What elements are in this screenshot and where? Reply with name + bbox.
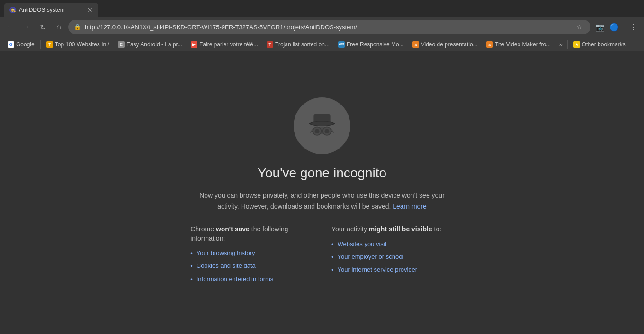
wont-save-bold: won't save [216, 225, 250, 233]
might-visible-post: to: [432, 225, 441, 233]
bookmark-video-maker-label: The Video Maker fro... [495, 41, 551, 48]
tab-favicon: 🕵 [9, 7, 16, 13]
might-visible-item-2: Your employer or school [338, 253, 404, 261]
bullet-icon: • [190, 275, 193, 284]
bookmark-google-label: Google [16, 41, 35, 48]
forward-button[interactable]: → [20, 20, 33, 34]
list-item: •Your employer or school [331, 253, 454, 262]
bookmark-top100-label: Top 100 Websites In / [55, 41, 109, 48]
bookmark-easy-android[interactable]: E Easy Android - La pr... [114, 40, 186, 49]
bookmark-video-presentation-icon: a [412, 41, 419, 48]
url-text: http://127.0.0.1/sAN1X/t_sH4PI-SKD-GRT-W… [85, 24, 570, 31]
info-columns: Chrome won't save the following informat… [190, 225, 454, 288]
bookmark-google[interactable]: G Google [4, 40, 38, 49]
lock-icon: 🔒 [74, 24, 81, 30]
incognito-title: You've gone incognito [258, 166, 386, 181]
list-item: •Websites you visit [331, 240, 454, 249]
might-visible-title: Your activity might still be visible to: [331, 225, 454, 234]
bullet-icon: • [190, 262, 193, 271]
bm-sep-1 [40, 40, 41, 49]
bookmark-other[interactable]: ★ Other bookmarks [570, 40, 629, 49]
bookmark-video-maker[interactable]: a The Video Maker fro... [483, 40, 555, 49]
bullet-icon: • [190, 249, 193, 258]
bookmark-google-icon: G [8, 41, 14, 48]
bullet-icon: • [331, 266, 334, 274]
tab-title: AntiDDOS system [19, 7, 83, 13]
bookmark-easy-android-label: Easy Android - La pr... [126, 41, 182, 48]
list-item: •Your browsing history [190, 249, 313, 258]
bm-sep-2 [567, 40, 568, 49]
wont-save-title: Chrome won't save the following informat… [190, 225, 313, 243]
wont-save-pre: Chrome [190, 225, 216, 233]
bookmark-video-presentation[interactable]: a Video de presentatio... [409, 40, 482, 49]
list-item: •Information entered in forms [190, 275, 313, 284]
bullet-icon: • [331, 253, 334, 262]
browser-frame: 🕵 AntiDDOS system ✕ ← → ↻ ⌂ 🔒 http://127… [0, 0, 644, 334]
bookmark-free-responsive[interactable]: W3 Free Responsive Mo... [334, 40, 408, 49]
bookmark-faire-parler-label: Faire parler votre télé... [199, 41, 258, 48]
might-visible-item-1: Websites you visit [338, 240, 387, 248]
list-item: •Your internet service provider [331, 265, 454, 274]
bookmark-video-maker-icon: a [486, 41, 493, 48]
bookmark-trojan[interactable]: T Trojan list sorted on... [263, 40, 333, 49]
address-bar-row: ← → ↻ ⌂ 🔒 http://127.0.0.1/sAN1X/t_sH4PI… [0, 17, 644, 37]
bookmark-easy-android-icon: E [118, 41, 125, 48]
bookmark-faire-parler[interactable]: ▶ Faire parler votre télé... [187, 40, 262, 49]
wont-save-list: •Your browsing history •Cookies and site… [190, 249, 313, 284]
address-bar-icons: ☆ [573, 21, 585, 33]
tab-bar: 🕵 AntiDDOS system ✕ [0, 0, 644, 17]
svg-point-10 [325, 129, 330, 134]
list-item: •Cookies and site data [190, 262, 313, 271]
wont-save-item-1: Your browsing history [197, 249, 255, 257]
toolbar-divider [624, 22, 624, 32]
bookmark-free-responsive-icon: W3 [338, 41, 345, 48]
reload-button[interactable]: ↻ [36, 20, 49, 34]
active-tab[interactable]: 🕵 AntiDDOS system ✕ [4, 3, 98, 17]
bookmark-free-responsive-label: Free Responsive Mo... [347, 41, 404, 48]
might-visible-item-3: Your internet service provider [338, 265, 418, 274]
bookmark-trojan-label: Trojan list sorted on... [275, 41, 330, 48]
wont-save-item-2: Cookies and site data [197, 262, 256, 270]
back-button[interactable]: ← [4, 20, 17, 34]
might-visible-column: Your activity might still be visible to:… [331, 225, 454, 288]
svg-point-3 [311, 122, 333, 126]
wont-save-item-3: Information entered in forms [197, 275, 274, 283]
bookmarks-bar: G Google T Top 100 Websites In / E Easy … [0, 37, 644, 51]
home-button[interactable]: ⌂ [52, 20, 65, 34]
tab-close-button[interactable]: ✕ [87, 6, 93, 14]
screenshot-button[interactable]: 📷 [593, 20, 607, 34]
bookmark-top100[interactable]: T Top 100 Websites In / [43, 40, 113, 49]
bookmark-trojan-icon: T [267, 41, 273, 48]
incognito-description: Now you can browse privately, and other … [199, 190, 445, 211]
incognito-icon-wrap [294, 97, 350, 154]
bookmark-other-label: Other bookmarks [582, 41, 626, 48]
address-bar[interactable]: 🔒 http://127.0.0.1/sAN1X/t_sH4PI-SKD-GRT… [68, 20, 590, 34]
page-content: You've gone incognito Now you can browse… [0, 51, 644, 334]
wont-save-column: Chrome won't save the following informat… [190, 225, 313, 288]
bookmark-star-icon[interactable]: ☆ [573, 21, 585, 33]
toolbar-icons: 📷 🔵 ⋮ [593, 20, 640, 34]
menu-button[interactable]: ⋮ [627, 20, 640, 34]
bookmark-top100-icon: T [46, 41, 53, 48]
learn-more-link[interactable]: Learn more [393, 202, 427, 210]
chrome-extension-button[interactable]: 🔵 [608, 20, 621, 34]
bookmark-other-icon: ★ [573, 41, 580, 48]
svg-point-7 [315, 129, 320, 134]
incognito-icon [303, 107, 341, 145]
bookmark-faire-parler-icon: ▶ [191, 41, 197, 48]
bullet-icon: • [331, 240, 334, 249]
incognito-container: You've gone incognito Now you can browse… [181, 88, 463, 297]
more-bookmarks-button[interactable]: » [556, 40, 565, 49]
might-visible-pre: Your activity [331, 225, 369, 233]
might-visible-bold: might still be visible [369, 225, 432, 233]
bookmark-video-presentation-label: Video de presentatio... [421, 41, 478, 48]
might-visible-list: •Websites you visit •Your employer or sc… [331, 240, 454, 275]
